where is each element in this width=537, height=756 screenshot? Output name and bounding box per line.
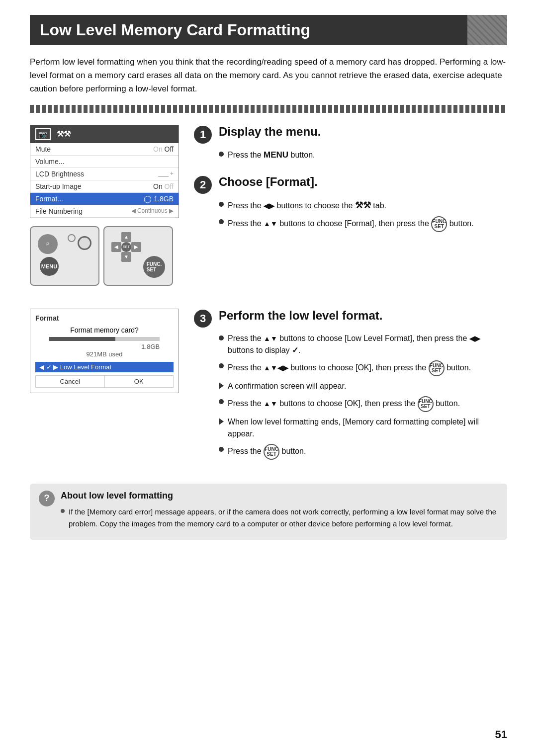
format-lv-row: ◀ ✓ ▶ Low Level Format <box>35 362 174 372</box>
step-3-bullet-6: Press the FUNCSET button. <box>219 444 507 460</box>
step-3-bullet-4: Press the ▲▼ buttons to choose [OK], the… <box>219 396 507 412</box>
about-content: About low level formatting If the [Memor… <box>61 491 498 533</box>
step-3-bullet-2: Press the ▲▼◀▶ buttons to choose [OK], t… <box>219 360 507 376</box>
format-dialog-body: Format memory card? 1.8GB 921MB used <box>35 326 174 358</box>
step-1-bullet-1: Press the MENU button. <box>219 149 507 162</box>
step-1-title: Display the menu. <box>219 125 321 139</box>
bullet-triangle <box>219 382 224 389</box>
lens-decoration <box>78 236 91 250</box>
arrow-cross: ▲ ◀ SET ▶ ▼ <box>111 232 141 262</box>
step-3-number: 3 <box>194 310 212 328</box>
left-column: 📷 ⚒⚒ Mute On Off Volume... LCD Brightnes… <box>30 125 179 294</box>
about-section: ? About low level formatting If the [Mem… <box>30 484 507 540</box>
format-dialog: Format Format memory card? 1.8GB 921MB u… <box>30 309 179 393</box>
step-3: 3 Perform the low level format. Press th… <box>194 309 507 460</box>
camera-dial: P <box>38 234 58 254</box>
right-column-top: 1 Display the menu. Press the MENU butto… <box>194 125 507 294</box>
step-3-bullet-3: A confirmation screen will appear. <box>219 380 507 392</box>
about-icon: ? <box>39 491 55 506</box>
step-1-header: 1 Display the menu. <box>194 125 507 144</box>
bullet-circle <box>219 447 224 452</box>
func-set-button[interactable]: FUNC.SET <box>143 256 165 278</box>
format-size: 1.8GB <box>35 343 174 350</box>
bullet-circle <box>219 202 224 207</box>
step-1-content: Press the MENU button. <box>194 149 507 162</box>
step-3-content: Press the ▲▼ buttons to choose [Low Leve… <box>194 333 507 460</box>
format-cancel-btn[interactable]: Cancel <box>36 376 105 387</box>
step-1: 1 Display the menu. Press the MENU butto… <box>194 125 507 162</box>
menu-header: 📷 ⚒⚒ <box>30 125 179 143</box>
func-set-icon: FUNCSET <box>431 216 447 232</box>
page-title: Low Level Memory Card Formatting <box>30 15 507 45</box>
menu-row-format: Format... ◯ 1.8GB <box>30 193 179 205</box>
camera-buttons-area: P MENU ▲ ◀ S <box>30 226 179 286</box>
menu-screenshot: 📷 ⚒⚒ Mute On Off Volume... LCD Brightnes… <box>30 125 179 218</box>
intro-text: Perform low level formatting when you th… <box>30 55 507 96</box>
page: Low Level Memory Card Formatting Perform… <box>0 0 537 756</box>
bullet-circle <box>219 363 224 368</box>
step-3-header: 3 Perform the low level format. <box>194 309 507 328</box>
menu-row-mute: Mute On Off <box>30 143 179 156</box>
mode-decoration <box>68 234 76 242</box>
bullet-triangle <box>219 418 224 425</box>
camera-right: ▲ ◀ SET ▶ ▼ FUNC.SET <box>103 226 173 286</box>
format-buttons-row: Cancel OK <box>35 375 174 388</box>
step-3-title: Perform the low level format. <box>219 309 382 323</box>
divider-stripes <box>30 105 507 113</box>
menu-row-startup: Start-up Image On Off <box>30 180 179 193</box>
bullet-circle <box>219 219 224 224</box>
about-bullet-1: If the [Memory card error] message appea… <box>61 506 498 530</box>
bullet-circle <box>219 336 224 340</box>
lower-content: Format Format memory card? 1.8GB 921MB u… <box>30 309 507 474</box>
format-used: 921MB used <box>35 350 174 358</box>
main-content: 📷 ⚒⚒ Mute On Off Volume... LCD Brightnes… <box>30 125 507 294</box>
menu-row-filenumbering: File Numbering ◀ Continuous ▶ <box>30 205 179 218</box>
bullet-circle <box>219 399 224 404</box>
func-set-icon-3: FUNCSET <box>418 396 434 412</box>
func-set-icon-4: FUNCSET <box>264 444 279 460</box>
step-2-content: Press the ◀▶ buttons to choose the ⚒⚒ ta… <box>194 199 507 232</box>
step-2-title: Choose [Format]. <box>219 175 318 189</box>
menu-row-lcd: LCD Brightness ⎯⎯⎯ + <box>30 168 179 180</box>
step-2-number: 2 <box>194 176 212 194</box>
step-2-bullet-2: Press the ▲▼ buttons to choose [Format],… <box>219 216 507 232</box>
step-2: 2 Choose [Format]. Press the ◀▶ buttons … <box>194 175 507 232</box>
about-bullet-text: If the [Memory card error] message appea… <box>69 506 498 530</box>
step-2-bullet-1: Press the ◀▶ buttons to choose the ⚒⚒ ta… <box>219 199 507 212</box>
wrench-tab-icon[interactable]: ⚒⚒ <box>57 129 71 139</box>
format-progress-bar <box>49 337 160 341</box>
menu-button[interactable]: MENU <box>40 257 59 276</box>
camera-left: P MENU <box>30 226 99 286</box>
camera-tab-icon[interactable]: 📷 <box>35 128 51 140</box>
menu-row-volume: Volume... <box>30 156 179 168</box>
format-ok-btn[interactable]: OK <box>105 376 174 387</box>
about-title: About low level formatting <box>61 491 498 501</box>
lower-left: Format Format memory card? 1.8GB 921MB u… <box>30 309 179 474</box>
step-3-bullet-1: Press the ▲▼ buttons to choose [Low Leve… <box>219 333 507 356</box>
page-number: 51 <box>495 728 507 741</box>
format-progress-fill <box>49 337 115 341</box>
step-1-number: 1 <box>194 126 212 144</box>
func-set-icon-2: FUNCSET <box>429 360 445 376</box>
bullet-circle <box>219 152 224 157</box>
about-bullet-dot <box>61 509 65 513</box>
step-3-bullet-5: When low level formatting ends, [Memory … <box>219 416 507 440</box>
lower-right: 3 Perform the low level format. Press th… <box>194 309 507 474</box>
step-2-header: 2 Choose [Format]. <box>194 175 507 194</box>
format-dialog-title: Format <box>35 314 174 322</box>
